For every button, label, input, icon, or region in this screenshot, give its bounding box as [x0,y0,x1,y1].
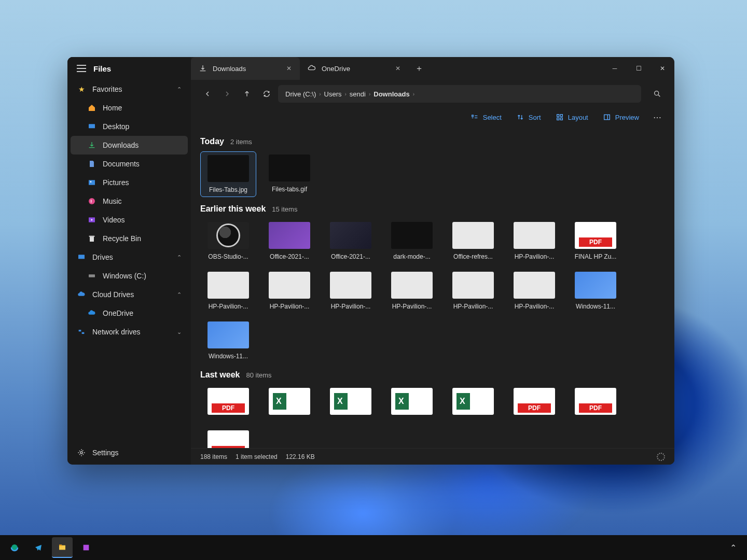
pictures-icon [87,178,96,187]
file-item[interactable] [200,427,256,448]
download-icon [198,64,208,73]
sidebar-item-documents[interactable]: Documents [67,155,191,173]
file-item[interactable] [200,385,256,422]
sidebar-item-pictures[interactable]: Pictures [67,173,191,192]
preview-button[interactable]: Preview [598,110,644,124]
file-item[interactable]: HP-Pavilion-... [445,269,501,313]
bc-segment[interactable]: Downloads [374,90,409,98]
minimize-button[interactable]: ─ [603,57,627,80]
taskbar-affinity[interactable] [76,537,96,558]
tab-label: Downloads [213,65,280,73]
up-button[interactable] [239,86,255,102]
onedrive-icon [87,309,96,318]
file-item[interactable] [261,385,317,422]
breadcrumb[interactable]: Drive (C:\)› Users› sendi› Downloads› [278,85,641,103]
file-thumbnail [269,222,310,249]
sidebar-item-videos[interactable]: Videos [67,211,191,229]
file-name: Office-refres... [448,253,498,260]
taskbar-files[interactable] [52,537,73,558]
sidebar-item-desktop[interactable]: Desktop [67,117,191,136]
file-thumbnail [391,222,433,249]
file-item[interactable]: Files-Tabs.jpg [200,151,256,197]
download-icon [87,141,96,150]
sidebar-item-home[interactable]: Home [67,99,191,117]
file-item[interactable]: Windows-11... [200,318,256,363]
file-item[interactable]: HP-Pavilion-... [200,269,256,313]
file-thumbnail [575,222,616,249]
file-thumbnail [208,430,249,448]
tab-onedrive[interactable]: OneDrive ✕ [300,57,409,80]
file-item[interactable]: OBS-Studio-... [200,219,256,263]
file-item[interactable]: HP-Pavilion-... [506,269,562,313]
file-item[interactable]: HP-Pavilion-... [323,269,379,313]
sidebar-section-network[interactable]: Network drives ⌄ [67,323,191,341]
videos-icon [87,215,96,225]
file-item[interactable]: dark-mode-... [384,219,440,263]
svg-rect-16 [557,118,559,120]
tab-downloads[interactable]: Downloads ✕ [191,57,300,80]
sidebar-item-windows-c-[interactable]: Windows (C:) [67,267,191,285]
sidebar-section-favorites[interactable]: ★ Favorites ⌃ [67,80,191,99]
file-item[interactable]: HP-Pavilion-... [506,219,562,263]
system-tray[interactable]: ⌃ [724,543,743,553]
taskbar-telegram[interactable] [28,537,49,558]
sidebar-item-downloads[interactable]: Downloads [71,136,188,155]
files-app-window: Files Downloads ✕ OneDrive ✕ ＋ ─ ☐ ✕ [67,57,674,465]
back-button[interactable] [199,86,216,102]
hamburger-icon[interactable] [77,65,86,72]
file-item[interactable]: Files-tabs.gif [261,151,317,197]
sidebar-section-cloud[interactable]: Cloud Drives ⌃ [67,285,191,304]
sidebar-item-recycle-bin[interactable]: Recycle Bin [67,229,191,248]
network-icon [77,327,86,337]
file-name: Office-2021-... [265,253,314,260]
add-tab-button[interactable]: ＋ [409,57,430,80]
file-item[interactable] [506,385,562,422]
search-button[interactable] [648,85,666,103]
file-item[interactable] [323,385,379,422]
layout-button[interactable]: Layout [550,110,593,124]
bc-segment[interactable]: sendi [350,90,366,98]
bc-segment[interactable]: Users [324,90,342,98]
file-item[interactable]: Windows-11... [568,269,624,313]
recycle-icon [87,234,96,243]
chevron-right-icon: › [413,91,414,97]
bc-segment[interactable]: Drive (C:\) [285,90,316,98]
group-header[interactable]: Last week80 items [200,370,665,380]
group-header[interactable]: Today2 items [200,137,665,146]
select-button[interactable]: Select [465,110,507,124]
taskbar-edge[interactable] [4,537,25,558]
forward-button[interactable] [219,86,236,102]
file-item[interactable] [384,385,440,422]
svg-rect-17 [560,118,562,120]
close-icon[interactable]: ✕ [394,65,402,72]
file-item[interactable]: HP-Pavilion-... [261,269,317,313]
chevron-up-icon: ⌃ [177,254,182,261]
settings-button[interactable]: Settings [67,441,191,465]
svg-rect-13 [472,115,473,117]
file-content: Today2 itemsFiles-Tabs.jpgFiles-tabs.gif… [191,130,674,448]
file-item[interactable]: Office-2021-... [323,219,379,263]
file-item[interactable] [568,385,624,422]
file-item[interactable]: HP-Pavilion-... [384,269,440,313]
svg-point-11 [80,452,82,454]
sidebar-item-onedrive[interactable]: OneDrive [67,304,191,323]
file-item[interactable]: Office-2021-... [261,219,317,263]
close-button[interactable]: ✕ [651,57,674,80]
sidebar-item-label: Downloads [103,141,139,149]
refresh-button[interactable] [258,86,275,102]
sort-button[interactable]: Sort [511,110,546,124]
file-item[interactable]: FINAL HP Zu... [568,219,624,263]
desktop-icon [87,122,96,131]
file-thumbnail [208,155,249,182]
more-button[interactable]: ⋯ [648,110,666,124]
sidebar-item-music[interactable]: Music [67,192,191,211]
group-header[interactable]: Earlier this week15 items [200,204,665,214]
file-thumbnail [208,321,249,348]
file-thumbnail [391,388,433,415]
chevron-up-icon: ⌃ [177,291,182,298]
file-item[interactable]: Office-refres... [445,219,501,263]
close-icon[interactable]: ✕ [285,65,293,72]
file-item[interactable] [445,385,501,422]
maximize-button[interactable]: ☐ [627,57,651,80]
sidebar-section-drives[interactable]: Drives ⌃ [67,248,191,267]
